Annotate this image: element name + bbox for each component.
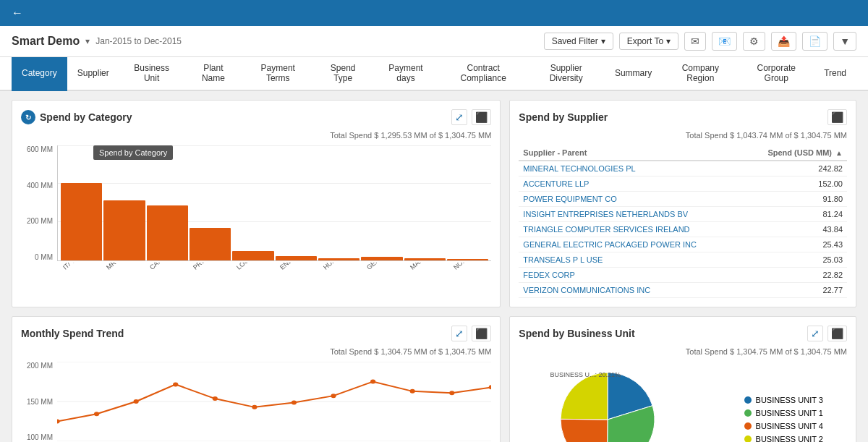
settings-icon-button[interactable]: ⚙	[743, 32, 765, 51]
nav-tab-corporate-group[interactable]: Corporate Group	[739, 57, 814, 91]
bar	[361, 257, 402, 260]
chart-tooltip: Spend by Category	[93, 145, 173, 160]
legend-dot	[744, 435, 752, 442]
table-row: FEDEX CORP22.82	[519, 268, 847, 283]
legend-dot	[744, 396, 752, 404]
supplier-name-cell[interactable]: INSIGHT ENTREPRISES NETHERLANDS BV	[519, 207, 744, 222]
supplier-value-cell: 81.24	[744, 207, 847, 222]
nav-tab-summary[interactable]: Summary	[605, 57, 662, 91]
trend-data-point	[213, 396, 218, 401]
bu-fullscreen-icon[interactable]: ⬛	[827, 326, 847, 341]
export-to-button[interactable]: Export To ▾	[619, 33, 678, 50]
col-supplier-header: Supplier - Parent	[519, 145, 744, 161]
supplier-name-cell[interactable]: TRANSEALS P L USE	[519, 252, 744, 268]
legend-item: BUSINESS UNIT 4	[744, 422, 823, 430]
bar-group	[447, 145, 488, 260]
trend-data-point	[410, 389, 415, 394]
supplier-name-cell[interactable]: ACCENTURE LLP	[519, 177, 744, 192]
nav-tab-category[interactable]: Category	[12, 57, 67, 91]
trend-y-labels: 200 MM 150 MM 100 MM	[21, 362, 56, 441]
title-dropdown-icon[interactable]: ▾	[85, 36, 90, 46]
supplier-value-cell: 25.03	[744, 252, 847, 268]
supplier-value-cell: 152.00	[744, 177, 847, 192]
pie-chart-container: BUSINESS U...: 20.21% BUSINESS U...: 29.…	[542, 362, 687, 442]
header-left: Smart Demo ▾ Jan-2015 to Dec-2015	[12, 35, 182, 48]
nav-tab-plant-name[interactable]: Plant Name	[184, 57, 243, 91]
supplier-name-cell[interactable]: GENERAL ELECTRIC PACKAGED POWER INC	[519, 237, 744, 252]
x-label-item: HUMAN RES...	[322, 263, 367, 284]
table-row: VERIZON COMMUNICATIONS INC22.77	[519, 283, 847, 298]
saved-filter-button[interactable]: Saved Filter ▾	[544, 33, 613, 50]
trend-data-point	[449, 391, 454, 395]
x-axis-labels: IT/ TELECO...MROCAPITALPROFESSION...LOGI…	[57, 263, 491, 289]
category-fullscreen-icon[interactable]: ⬛	[472, 109, 491, 125]
supplier-value-cell: 242.82	[744, 161, 847, 177]
nav-tab-supplier[interactable]: Supplier	[67, 57, 119, 91]
trend-data-point	[252, 405, 257, 409]
bu-expand-icon[interactable]: ⤢	[807, 326, 823, 341]
nav-tab-trend[interactable]: Trend	[814, 57, 856, 91]
table-row: INSIGHT ENTREPRISES NETHERLANDS BV81.24	[519, 207, 847, 222]
bar	[103, 200, 145, 260]
supplier-fullscreen-icon[interactable]: ⬛	[827, 109, 847, 125]
top-bar: ←	[0, 0, 868, 26]
col-spend-header: Spend (USD MM) ▲	[744, 145, 847, 161]
panel-header-bu: Spend by Business Unit ⤢ ⬛	[519, 326, 847, 341]
nav-tab-contract-compliance[interactable]: Contract Compliance	[439, 57, 527, 91]
trend-data-point	[370, 380, 375, 384]
nav-tab-supplier-diversity[interactable]: Supplier Diversity	[527, 57, 605, 91]
supplier-value-cell: 43.84	[744, 222, 847, 237]
nav-tab-spend-type[interactable]: Spend Type	[313, 57, 373, 91]
share-icon-button[interactable]: 📤	[771, 32, 796, 51]
chart-area-wrapper: 600 MM 400 MM 200 MM 0 MM IT/ TELECO...M…	[21, 145, 491, 276]
bar-group	[276, 145, 317, 260]
x-label-item: NON PROCUR...	[452, 263, 491, 284]
trend-data-point	[489, 385, 492, 389]
trend-chart: 200 MM 150 MM 100 MM	[21, 362, 491, 442]
bar-group	[232, 145, 273, 260]
header-right: Saved Filter ▾ Export To ▾ ✉ 📧 ⚙ 📤 📄 ▼	[544, 32, 856, 51]
supplier-name-cell[interactable]: TRIANGLE COMPUTER SERVICES IRELAND	[519, 222, 744, 237]
filter-icon-button[interactable]: ▼	[833, 32, 856, 51]
bu-panel-title: Spend by Business Unit	[519, 328, 634, 339]
legend-label: BUSINESS UNIT 3	[756, 396, 823, 404]
bu-panel-icons: ⤢ ⬛	[807, 326, 847, 341]
bar	[447, 259, 488, 260]
nav-tab-business-unit[interactable]: Business Unit	[119, 57, 184, 91]
legend-label: BUSINESS UNIT 4	[756, 422, 823, 430]
spend-by-supplier-panel: Spend by Supplier ⬛ Total Spend $ 1,043.…	[509, 100, 856, 307]
x-label-item: PROFESSION...	[192, 263, 237, 284]
date-range: Jan-2015 to Dec-2015	[95, 36, 182, 46]
trend-expand-icon[interactable]: ⤢	[451, 326, 467, 341]
panel-header-trend: Monthly Spend Trend ⤢ ⬛	[21, 326, 491, 341]
category-expand-icon[interactable]: ⤢	[451, 109, 467, 125]
bar	[147, 205, 188, 260]
back-button[interactable]: ←	[12, 7, 23, 20]
table-row: ACCENTURE LLP152.00	[519, 177, 847, 192]
supplier-name-cell[interactable]: POWER EQUIPMENT CO	[519, 192, 744, 207]
trend-fullscreen-icon[interactable]: ⬛	[472, 326, 491, 341]
bar-group	[61, 145, 102, 260]
email-icon-button[interactable]: ✉	[684, 32, 706, 51]
supplier-name-cell[interactable]: MINERAL TECHNOLOGIES PL	[519, 161, 744, 177]
bar-group	[103, 145, 145, 260]
trend-data-point	[57, 420, 60, 424]
sort-icon[interactable]: ▲	[835, 149, 843, 157]
supplier-name-cell[interactable]: FEDEX CORP	[519, 268, 744, 283]
nav-tab-company-region[interactable]: Company Region	[662, 57, 739, 91]
trend-data-point	[94, 412, 99, 416]
bar	[404, 258, 446, 260]
nav-tab-payment-days[interactable]: Payment days	[373, 57, 439, 91]
bu-total-spend: Total Spend $ 1,304.75 MM of $ 1,304.75 …	[519, 347, 847, 356]
supplier-table: Supplier - Parent Spend (USD MM) ▲ MINER…	[519, 145, 847, 298]
supplier-name-cell[interactable]: VERIZON COMMUNICATIONS INC	[519, 283, 744, 298]
bar	[232, 251, 273, 260]
mail-icon-button[interactable]: 📧	[712, 32, 737, 51]
nav-tab-payment-terms[interactable]: Payment Terms	[242, 57, 313, 91]
monthly-trend-panel: Monthly Spend Trend ⤢ ⬛ Total Spend $ 1,…	[12, 316, 501, 442]
bar	[190, 228, 231, 260]
doc-icon-button[interactable]: 📄	[802, 32, 827, 51]
bar-group	[147, 145, 188, 260]
legend-label: BUSINESS UNIT 1	[756, 409, 823, 417]
table-row: MINERAL TECHNOLOGIES PL242.82	[519, 161, 847, 177]
